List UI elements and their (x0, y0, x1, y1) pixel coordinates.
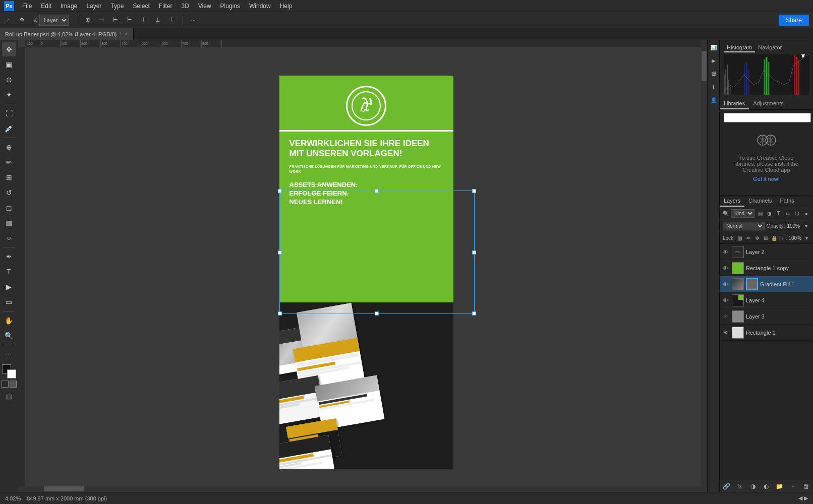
channels-tab[interactable]: Channels (744, 196, 776, 207)
canvas-background[interactable]: VERWIRKLICHEN SIE IHRE IDEEN MIT UNSEREN… (18, 40, 707, 492)
type-tool[interactable]: T (2, 265, 16, 279)
lock-position-btn[interactable]: ✥ (753, 234, 761, 242)
libraries-search[interactable] (724, 113, 811, 122)
navigator-tab[interactable]: Navigator (755, 43, 785, 52)
transform-btn1[interactable]: ⊞ (82, 16, 93, 24)
more-tools-btn[interactable]: ··· (2, 347, 16, 361)
auto-select-btn[interactable]: ☑ Layer (30, 14, 72, 27)
menu-type[interactable]: Type (106, 2, 128, 11)
eyedropper-tool[interactable]: 💉 (2, 121, 16, 136)
magic-wand-tool[interactable]: ✦ (2, 88, 16, 102)
vertical-scrollbar[interactable] (701, 40, 707, 492)
marquee-tool[interactable]: ▣ (2, 57, 16, 72)
layer-visibility-rect1[interactable]: 👁 (723, 330, 730, 336)
panel-icon-layers-user[interactable]: 👤 (709, 95, 719, 105)
add-layer-style-btn[interactable]: fx (735, 481, 745, 491)
status-bar-arrows[interactable]: ◀ ▶ (798, 495, 808, 501)
layer-visibility-layer3[interactable]: 👁 (723, 313, 730, 320)
canvas-area[interactable]: -100 0 100 200 300 400 500 600 700 800 (18, 40, 707, 492)
path-selection-tool[interactable]: ▶ (2, 280, 16, 294)
zoom-tool[interactable]: 🔍 (2, 329, 16, 343)
menu-help[interactable]: Help (276, 2, 297, 11)
horizontal-scrollbar[interactable] (18, 486, 701, 492)
layer-shape-filter[interactable]: ▭ (784, 210, 791, 218)
lasso-tool[interactable]: ⊙ (2, 73, 16, 87)
screen-mode-btn[interactable]: ⊡ (2, 390, 16, 404)
brush-tool[interactable]: ✏ (2, 155, 16, 169)
menu-file[interactable]: File (18, 2, 36, 11)
layer-item-gradfill1[interactable]: 👁 Gradient Fill 1 (720, 276, 813, 292)
fill-dropdown[interactable]: ▾ (803, 234, 810, 242)
auto-select-checkbox[interactable]: ☑ (33, 17, 38, 23)
adjustments-tab[interactable]: Adjustments (749, 98, 788, 109)
layer-visibility-layer2[interactable]: 👁 (723, 249, 730, 255)
stamp-tool[interactable]: ⊞ (2, 170, 16, 184)
foreground-color[interactable] (2, 364, 16, 379)
menu-layer[interactable]: Layer (82, 2, 105, 11)
libraries-tab[interactable]: Libraries (720, 98, 749, 109)
align-center-v-btn[interactable]: ⊢ (110, 16, 121, 24)
new-layer-btn[interactable]: + (788, 481, 798, 491)
lock-all-btn[interactable]: 🔒 (771, 234, 778, 242)
gradient-tool[interactable]: ▦ (2, 216, 16, 230)
layer-pixel-filter[interactable]: ▤ (757, 210, 764, 218)
layer-visibility-layer4[interactable]: 👁 (723, 297, 730, 303)
layer-item-rect1[interactable]: 👁 Rectangle 1 (720, 325, 813, 341)
vertical-scroll-thumb[interactable] (702, 51, 707, 81)
handle-top-right[interactable] (472, 189, 476, 193)
layer-visibility-rect1copy[interactable]: 👁 (723, 265, 730, 271)
handle-middle-right[interactable] (472, 250, 476, 255)
history-brush-tool[interactable]: ↺ (2, 185, 16, 200)
histogram-tab[interactable]: Histogram (724, 43, 755, 52)
home-btn[interactable]: ⌂ (4, 16, 14, 24)
tab-close-btn[interactable]: × (125, 31, 128, 37)
pen-tool[interactable]: ✒ (2, 249, 16, 264)
layer-filter-toggle[interactable]: ● (803, 210, 810, 218)
layer-type-filter[interactable]: T (775, 210, 782, 218)
layer-visibility-gradfill1[interactable]: 👁 (723, 281, 730, 287)
new-group-btn[interactable]: 📁 (775, 481, 785, 491)
dodge-tool[interactable]: ○ (2, 231, 16, 245)
add-mask-btn[interactable]: ◑ (748, 481, 758, 491)
standard-mode[interactable] (2, 381, 9, 388)
auto-select-dropdown[interactable]: Layer (39, 15, 69, 26)
new-adjustment-btn[interactable]: ◐ (761, 481, 771, 491)
panel-icon-info[interactable]: ℹ (709, 82, 719, 92)
opacity-dropdown[interactable]: ▾ (802, 222, 810, 230)
menu-select[interactable]: Select (129, 2, 153, 11)
cc-get-now-link[interactable]: Get it now! (753, 176, 780, 182)
align-top-btn[interactable]: ⊤ (138, 16, 149, 24)
layer-item-layer2[interactable]: 👁 IMG Layer 2 (720, 244, 813, 260)
layer-item-layer3[interactable]: 👁 Layer 3 (720, 308, 813, 325)
hand-tool[interactable]: ✋ (2, 313, 16, 328)
move-tool-btn[interactable]: ✥ (17, 16, 27, 24)
menu-image[interactable]: Image (56, 2, 81, 11)
align-bottom-btn[interactable]: ⊤ (166, 16, 178, 24)
lock-artboard-btn[interactable]: ⊞ (762, 234, 769, 242)
panel-icon-play[interactable]: ▶ (709, 55, 719, 66)
align-right-btn[interactable]: ⊢ (124, 16, 135, 24)
shape-tool[interactable]: ▭ (2, 295, 16, 309)
lock-transparent-btn[interactable]: ▩ (736, 234, 743, 242)
share-button[interactable]: Share (779, 15, 809, 26)
layers-tab[interactable]: Layers (720, 196, 744, 207)
delete-layer-btn[interactable]: 🗑 (801, 481, 811, 491)
panel-icon-histogram[interactable]: 📊 (709, 42, 719, 52)
panel-icon-image[interactable]: 🖼 (709, 69, 719, 79)
handle-bottom-right[interactable] (472, 311, 476, 316)
eraser-tool[interactable]: ◻ (2, 201, 16, 215)
menu-3d[interactable]: 3D (177, 2, 193, 11)
blend-mode-select[interactable]: Normal (723, 222, 765, 230)
layers-list[interactable]: 👁 IMG Layer 2 👁 Rectangle 1 copy (720, 244, 813, 480)
lock-image-btn[interactable]: ✏ (745, 234, 752, 242)
document-tab[interactable]: Roll up Baner.psd @ 4,02% (Layer 4, RGB/… (0, 28, 134, 40)
paths-tab[interactable]: Paths (776, 196, 798, 207)
menu-edit[interactable]: Edit (37, 2, 55, 11)
quick-mask-mode[interactable] (10, 381, 17, 388)
menu-view[interactable]: View (194, 2, 215, 11)
heal-tool[interactable]: ⊕ (2, 140, 16, 154)
link-layers-btn[interactable]: 🔗 (721, 481, 731, 491)
horizontal-scroll-thumb[interactable] (44, 486, 84, 491)
layer-item-rect1copy[interactable]: 👁 Rectangle 1 copy (720, 260, 813, 276)
layer-smart-filter[interactable]: ⬡ (793, 210, 800, 218)
